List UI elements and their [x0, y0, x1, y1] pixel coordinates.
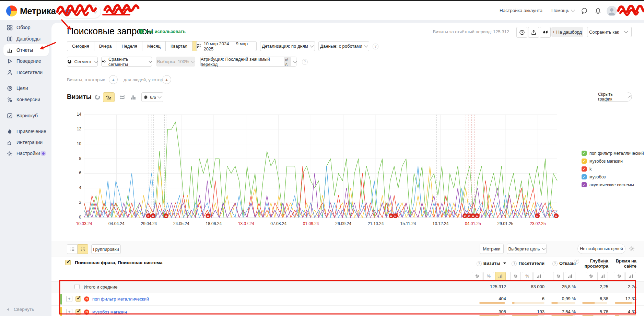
export-button[interactable] [528, 27, 539, 38]
series-line-1 [84, 122, 557, 218]
chart-type-pie-button[interactable] [92, 92, 103, 102]
groupings-button[interactable]: Группировки [91, 244, 121, 254]
period-tab-Месяц[interactable]: Месяц [142, 41, 166, 51]
value-bar [479, 302, 505, 304]
segment-button[interactable]: Сегмент [67, 57, 98, 67]
sidebar-item-3[interactable]: Отчеты [3, 44, 49, 56]
legend-item[interactable]: ✓поп фильтр металлический [582, 150, 644, 156]
metric-tool-bars[interactable] [534, 272, 544, 281]
metric-tool-pie[interactable] [614, 272, 624, 281]
data-mode-dropdown[interactable]: Данные: с роботами [318, 41, 369, 51]
help-menu[interactable]: Помощь [551, 1, 574, 20]
view-list-button[interactable] [67, 244, 78, 254]
chat-icon[interactable] [581, 8, 588, 14]
add-to-dashboard-button[interactable]: + На дашборд [551, 27, 583, 37]
metric-tool-bars[interactable] [597, 272, 608, 281]
metric-tool-pie[interactable] [553, 272, 564, 281]
help-circle-icon[interactable]: ? [552, 261, 558, 266]
sidebar-item-5[interactable]: Посетители [3, 67, 49, 78]
sidebar-item-8[interactable]: Вариокуб [3, 110, 49, 121]
add-visits-filter-button[interactable]: + [109, 75, 118, 84]
annotations-dropdown[interactable]: 6/6 [141, 92, 163, 102]
view-tree-button[interactable] [78, 244, 88, 254]
attribution-dropdown[interactable]: Атрибуция: Последний значимый переход к/… [200, 57, 296, 67]
date-range-button[interactable]: 10 мар 2024 — 9 мар 2025 [196, 41, 257, 51]
hide-chart-button[interactable]: Скрыть график [598, 92, 632, 102]
how-to-use-link[interactable]: i Как использовать [139, 29, 186, 34]
sidebar-item-6[interactable]: Цели [3, 82, 49, 94]
metric-tool-bars[interactable] [565, 272, 575, 281]
metric-tool-percent[interactable]: % [483, 272, 494, 281]
legend-checkbox[interactable]: ✓ [582, 166, 587, 172]
legend-item[interactable]: ✓акустические системы [582, 182, 644, 188]
column-header-1[interactable]: ?Визиты [467, 257, 506, 270]
expand-row-button[interactable]: + [66, 309, 72, 315]
chart-type-bars-button[interactable] [128, 92, 139, 102]
detail-dropdown[interactable]: Детализация: по дням [260, 41, 315, 51]
choose-goal-dropdown[interactable]: Выберите цель [507, 244, 547, 254]
metric-tool-pie[interactable] [472, 272, 482, 281]
app-name[interactable]: Метрика [20, 6, 56, 16]
sidebar-item-4[interactable]: Поведение [3, 55, 49, 67]
legend-checkbox[interactable]: ✓ [582, 174, 587, 179]
help-circle-icon[interactable]: ? [574, 259, 579, 264]
row-link[interactable]: музобоз магазин [92, 309, 127, 315]
column-header-5[interactable]: ?Время на сайте [597, 257, 636, 270]
notes-button[interactable] [540, 27, 551, 38]
metric-tool-bars[interactable] [495, 272, 506, 281]
legend-item[interactable]: ✓k [582, 166, 644, 172]
legend-checkbox[interactable]: ✓ [582, 182, 587, 187]
period-tab-Неделя[interactable]: Неделя [117, 41, 142, 51]
help-circle-icon[interactable]: ? [373, 44, 378, 49]
grid-icon [7, 25, 13, 31]
avatar[interactable] [607, 6, 617, 16]
period-tab-Вчера[interactable]: Вчера [94, 41, 117, 51]
metrics-button[interactable]: Метрики [480, 244, 504, 254]
sidebar-item-2[interactable]: Дашборды [3, 33, 49, 45]
help-circle-icon[interactable]: ? [602, 259, 607, 264]
gear-icon[interactable] [629, 246, 635, 251]
pie-icon [67, 59, 72, 64]
help-circle-icon[interactable]: ? [302, 59, 308, 65]
sidebar-item-10[interactable]: Интеграции [3, 137, 49, 148]
sidebar-item-1[interactable]: Обзор [3, 22, 49, 33]
chart-type-line-button[interactable] [103, 92, 115, 102]
totals-checkbox[interactable] [74, 284, 80, 289]
no-goals-pill[interactable]: Нет избранных целей [577, 244, 625, 254]
chart-type-area-button[interactable] [117, 92, 128, 102]
help-circle-icon[interactable]: ? [477, 261, 482, 266]
metric-tool-bars[interactable] [625, 272, 636, 281]
svg-text:Н: Н [390, 215, 392, 218]
period-tab-Сегодня[interactable]: Сегодня [67, 41, 94, 51]
sidebar-item-7[interactable]: Конверсии [3, 94, 49, 105]
sidebar-item-9[interactable]: Привлечение [3, 126, 49, 137]
add-people-filter-button[interactable]: + [162, 75, 171, 84]
bell-icon[interactable] [595, 8, 601, 14]
save-as-button[interactable]: Сохранить как [587, 27, 621, 37]
metric-tool-pie[interactable] [586, 272, 596, 281]
metric-tool-pie[interactable] [510, 272, 521, 281]
select-all-checkbox[interactable] [65, 260, 71, 265]
attribution-badge: к/д [284, 57, 291, 66]
legend-checkbox[interactable]: ✓ [582, 151, 587, 156]
row-checkbox[interactable] [75, 309, 81, 315]
visits-chart[interactable]: ЕНННННКПНННН [84, 115, 557, 218]
row-link[interactable]: поп фильтр металлический [92, 296, 149, 302]
counter-selector[interactable] [61, 5, 101, 18]
row-checkbox[interactable] [75, 296, 81, 302]
sidebar-item-11[interactable]: Настройки [3, 148, 49, 159]
legend-checkbox[interactable]: ✓ [582, 159, 587, 164]
legend-item[interactable]: ✓музобоз [582, 174, 644, 180]
history-button[interactable] [516, 27, 527, 38]
metrika-logo-icon[interactable] [6, 5, 17, 16]
metric-tool-percent[interactable]: % [522, 272, 532, 281]
period-tab-Квартал[interactable]: Квартал [166, 41, 192, 51]
save-as-dropdown[interactable] [621, 27, 632, 37]
help-circle-icon[interactable]: ? [512, 261, 517, 266]
account-settings-link[interactable]: Настройка аккаунта [500, 1, 542, 20]
compare-segments-button[interactable]: Сравнить сегменты [101, 57, 152, 67]
legend-item[interactable]: ✓музобоз магазин [582, 158, 644, 164]
expand-row-button[interactable]: + [66, 296, 72, 302]
stacked-area-icon [119, 94, 125, 100]
collapse-sidebar-button[interactable]: Свернуть [7, 307, 34, 312]
